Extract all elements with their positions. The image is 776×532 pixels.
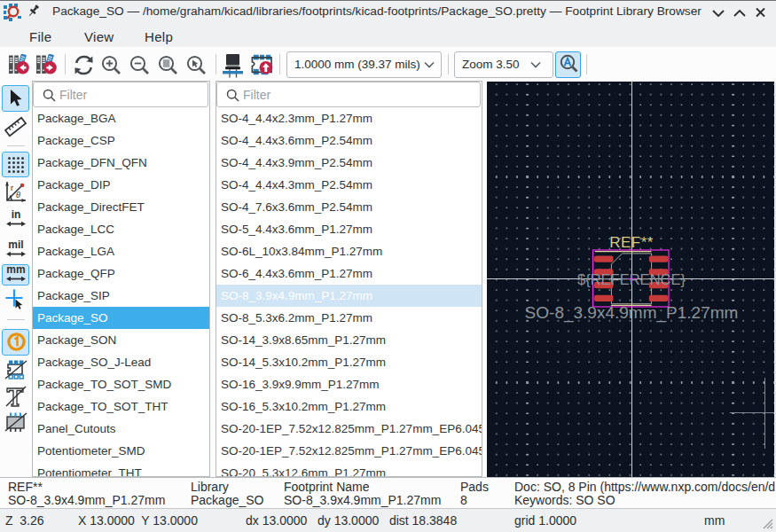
svg-text:${REFERENCE}: ${REFERENCE}: [577, 271, 686, 287]
svg-text:r: r: [11, 184, 13, 192]
svg-text:mil: mil: [8, 239, 23, 251]
svg-text:θ: θ: [16, 191, 20, 200]
svg-text:in: in: [12, 209, 21, 221]
svg-text:SO-8_3.9x4.9mm_P1.27mm: SO-8_3.9x4.9mm_P1.27mm: [525, 303, 739, 323]
svg-text:mm: mm: [6, 263, 25, 276]
svg-text:REF**: REF**: [609, 234, 654, 251]
